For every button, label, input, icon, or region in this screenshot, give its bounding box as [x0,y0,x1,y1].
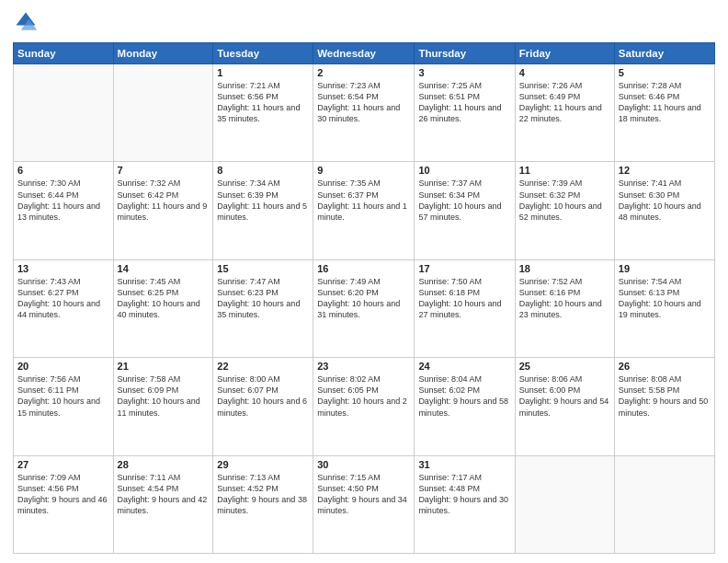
day-info: Sunrise: 7:43 AM Sunset: 6:27 PM Dayligh… [17,276,109,321]
day-number: 15 [217,263,309,274]
day-number: 14 [118,263,210,274]
day-header-monday: Monday [113,43,213,64]
day-info: Sunrise: 7:49 AM Sunset: 6:20 PM Dayligh… [317,276,410,321]
day-info: Sunrise: 8:06 AM Sunset: 6:00 PM Dayligh… [519,373,610,419]
calendar-cell: 13Sunrise: 7:43 AM Sunset: 6:27 PM Dayli… [14,259,114,357]
day-number: 6 [17,165,109,176]
day-info: Sunrise: 7:15 AM Sunset: 4:50 PM Dayligh… [317,472,410,517]
day-number: 24 [418,361,510,372]
day-info: Sunrise: 7:28 AM Sunset: 6:46 PM Dayligh… [619,80,711,125]
day-info: Sunrise: 7:25 AM Sunset: 6:51 PM Dayligh… [418,80,510,125]
day-number: 16 [317,263,410,274]
calendar-cell: 1Sunrise: 7:21 AM Sunset: 6:56 PM Daylig… [213,64,313,162]
calendar-cell: 25Sunrise: 8:06 AM Sunset: 6:00 PM Dayli… [515,358,614,455]
day-info: Sunrise: 7:17 AM Sunset: 4:48 PM Dayligh… [418,472,510,517]
day-number: 8 [217,165,309,176]
calendar-cell: 20Sunrise: 7:56 AM Sunset: 6:11 PM Dayli… [14,358,114,455]
calendar-cell [14,64,114,162]
day-number: 10 [418,165,510,176]
calendar-cell: 26Sunrise: 8:08 AM Sunset: 5:58 PM Dayli… [614,358,714,455]
day-info: Sunrise: 7:52 AM Sunset: 6:16 PM Dayligh… [519,276,610,321]
day-number: 26 [619,361,711,372]
calendar-week-2: 6Sunrise: 7:30 AM Sunset: 6:44 PM Daylig… [14,162,715,259]
day-number: 28 [118,459,210,470]
calendar-cell: 9Sunrise: 7:35 AM Sunset: 6:37 PM Daylig… [313,162,415,259]
day-number: 1 [217,67,309,78]
day-info: Sunrise: 7:21 AM Sunset: 6:56 PM Dayligh… [217,80,309,125]
calendar-cell: 19Sunrise: 7:54 AM Sunset: 6:13 PM Dayli… [614,259,714,357]
day-number: 9 [317,165,410,176]
day-number: 4 [519,67,610,78]
day-info: Sunrise: 7:34 AM Sunset: 6:39 PM Dayligh… [217,178,309,223]
calendar-week-4: 20Sunrise: 7:56 AM Sunset: 6:11 PM Dayli… [14,358,715,455]
day-number: 5 [619,67,711,78]
calendar-cell: 11Sunrise: 7:39 AM Sunset: 6:32 PM Dayli… [515,162,614,259]
calendar-cell: 7Sunrise: 7:32 AM Sunset: 6:42 PM Daylig… [113,162,213,259]
calendar-cell: 15Sunrise: 7:47 AM Sunset: 6:23 PM Dayli… [213,259,313,357]
calendar-cell: 30Sunrise: 7:15 AM Sunset: 4:50 PM Dayli… [313,455,415,553]
day-number: 13 [17,263,109,274]
day-header-thursday: Thursday [415,43,515,64]
calendar-week-1: 1Sunrise: 7:21 AM Sunset: 6:56 PM Daylig… [14,64,715,162]
calendar-cell: 8Sunrise: 7:34 AM Sunset: 6:39 PM Daylig… [213,162,313,259]
day-info: Sunrise: 7:37 AM Sunset: 6:34 PM Dayligh… [418,178,510,223]
day-number: 23 [317,361,410,372]
day-info: Sunrise: 7:11 AM Sunset: 4:54 PM Dayligh… [118,472,210,517]
calendar-cell: 29Sunrise: 7:13 AM Sunset: 4:52 PM Dayli… [213,455,313,553]
day-info: Sunrise: 7:32 AM Sunset: 6:42 PM Dayligh… [118,178,210,223]
day-info: Sunrise: 7:47 AM Sunset: 6:23 PM Dayligh… [217,276,309,321]
day-info: Sunrise: 8:00 AM Sunset: 6:07 PM Dayligh… [217,373,309,419]
calendar-cell: 14Sunrise: 7:45 AM Sunset: 6:25 PM Dayli… [113,259,213,357]
calendar-cell: 27Sunrise: 7:09 AM Sunset: 4:56 PM Dayli… [14,455,114,553]
day-number: 18 [519,263,610,274]
calendar-cell: 22Sunrise: 8:00 AM Sunset: 6:07 PM Dayli… [213,358,313,455]
day-info: Sunrise: 7:54 AM Sunset: 6:13 PM Dayligh… [619,276,711,321]
day-info: Sunrise: 7:50 AM Sunset: 6:18 PM Dayligh… [418,276,510,321]
day-info: Sunrise: 7:26 AM Sunset: 6:49 PM Dayligh… [519,80,610,125]
calendar-cell: 23Sunrise: 8:02 AM Sunset: 6:05 PM Dayli… [313,358,415,455]
day-info: Sunrise: 7:30 AM Sunset: 6:44 PM Dayligh… [17,178,109,223]
day-header-sunday: Sunday [14,43,114,64]
calendar-header-row: SundayMondayTuesdayWednesdayThursdayFrid… [14,43,715,64]
calendar-week-3: 13Sunrise: 7:43 AM Sunset: 6:27 PM Dayli… [14,259,715,357]
logo [13,9,42,35]
day-info: Sunrise: 7:56 AM Sunset: 6:11 PM Dayligh… [17,373,109,419]
day-number: 20 [17,361,109,372]
day-info: Sunrise: 7:39 AM Sunset: 6:32 PM Dayligh… [519,178,610,223]
day-number: 22 [217,361,309,372]
calendar-cell: 28Sunrise: 7:11 AM Sunset: 4:54 PM Dayli… [113,455,213,553]
day-number: 7 [118,165,210,176]
calendar-cell: 5Sunrise: 7:28 AM Sunset: 6:46 PM Daylig… [614,64,714,162]
calendar-week-5: 27Sunrise: 7:09 AM Sunset: 4:56 PM Dayli… [14,455,715,553]
calendar-cell: 31Sunrise: 7:17 AM Sunset: 4:48 PM Dayli… [415,455,515,553]
day-number: 29 [217,459,309,470]
day-number: 2 [317,67,410,78]
day-header-friday: Friday [515,43,614,64]
page: SundayMondayTuesdayWednesdayThursdayFrid… [0,0,728,563]
day-info: Sunrise: 7:23 AM Sunset: 6:54 PM Dayligh… [317,80,410,125]
day-header-saturday: Saturday [614,43,714,64]
day-info: Sunrise: 7:45 AM Sunset: 6:25 PM Dayligh… [118,276,210,321]
calendar-cell: 3Sunrise: 7:25 AM Sunset: 6:51 PM Daylig… [415,64,515,162]
day-number: 30 [317,459,410,470]
calendar-cell: 2Sunrise: 7:23 AM Sunset: 6:54 PM Daylig… [313,64,415,162]
calendar-cell: 16Sunrise: 7:49 AM Sunset: 6:20 PM Dayli… [313,259,415,357]
day-number: 19 [619,263,711,274]
calendar-cell [614,455,714,553]
calendar-cell: 17Sunrise: 7:50 AM Sunset: 6:18 PM Dayli… [415,259,515,357]
calendar-cell [515,455,614,553]
day-info: Sunrise: 7:09 AM Sunset: 4:56 PM Dayligh… [17,472,109,517]
logo-icon [13,9,39,35]
day-info: Sunrise: 7:41 AM Sunset: 6:30 PM Dayligh… [619,178,711,223]
day-number: 21 [118,361,210,372]
day-number: 3 [418,67,510,78]
day-info: Sunrise: 7:58 AM Sunset: 6:09 PM Dayligh… [118,373,210,419]
calendar-cell: 10Sunrise: 7:37 AM Sunset: 6:34 PM Dayli… [415,162,515,259]
day-info: Sunrise: 8:08 AM Sunset: 5:58 PM Dayligh… [619,373,711,419]
day-number: 25 [519,361,610,372]
day-header-tuesday: Tuesday [213,43,313,64]
day-info: Sunrise: 8:04 AM Sunset: 6:02 PM Dayligh… [418,373,510,419]
day-header-wednesday: Wednesday [313,43,415,64]
header [13,9,715,35]
day-info: Sunrise: 8:02 AM Sunset: 6:05 PM Dayligh… [317,373,410,419]
